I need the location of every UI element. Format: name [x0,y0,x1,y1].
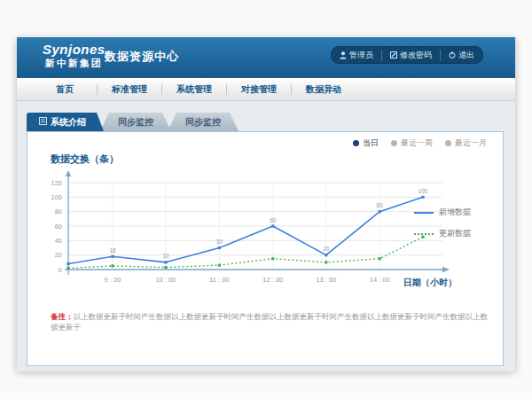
app-window: Synjones 新中新集团 数据资源中心 管理员 修改密码 退出 [17,37,515,371]
nav-item-standard-mgmt[interactable]: 标准管理 [98,83,161,96]
range-option-today[interactable]: 当日 [353,137,379,149]
legend-label: 新增数据 [439,207,471,218]
svg-text:13 : 00: 13 : 00 [316,276,336,284]
user-icon [340,51,347,59]
svg-text:9 : 00: 9 : 00 [105,276,121,284]
logout-button[interactable]: 退出 [440,50,482,61]
tab-label: 系统介绍 [51,116,86,129]
footnote-prefix: 备注： [51,312,74,321]
dotted-line-icon [414,233,434,235]
document-icon [39,117,47,127]
change-password-label: 修改密码 [400,50,432,61]
svg-text:80: 80 [377,202,384,208]
svg-text:80: 80 [55,207,62,215]
radio-dot-icon [353,140,359,146]
tab-sync-monitor-1[interactable]: 同步监控 [100,113,171,131]
current-user-button[interactable]: 管理员 [332,50,381,61]
svg-text:11 : 00: 11 : 00 [209,276,229,284]
nav-item-data-change[interactable]: 数据异动 [292,83,356,96]
svg-text:100: 100 [51,193,62,201]
chart-card: 当日 最近一周 最近一月 数据交换（条） 0204060801001209 : … [27,131,504,366]
range-option-last-month[interactable]: 最近一月 [445,137,487,149]
tab-label: 同步监控 [185,116,221,129]
svg-text:20: 20 [55,251,62,259]
svg-text:60: 60 [270,217,277,223]
tab-system-intro[interactable]: 系统介绍 [27,113,104,131]
svg-text:40: 40 [55,237,62,245]
time-range-options: 当日 最近一周 最近一月 [353,137,487,149]
legend-item-new-data[interactable]: 新增数据 [414,207,496,218]
solid-line-icon [414,212,434,214]
svg-text:0: 0 [59,266,62,274]
svg-text:18: 18 [109,247,116,254]
power-icon [449,51,456,59]
footnote: 备注：以上数据更新于时间产生数据以上数据更新于时间产生数据以上数据更新于时间产生… [51,312,489,333]
logo-company: 新中新集团 [43,58,106,68]
tab-label: 同步监控 [118,116,153,129]
company-logo: Synjones 新中新集团 [43,43,106,68]
svg-text:20: 20 [323,246,330,252]
user-toolbar: 管理员 修改密码 退出 [331,46,483,64]
legend-label: 更新数据 [439,228,471,239]
range-label: 最近一周 [401,137,433,149]
content-area: 系统介绍 同步监控 同步监控 当日 最近一周 [17,101,515,372]
main-nav: 首页 标准管理 系统管理 对接管理 数据异动 [17,78,515,101]
logout-label: 退出 [458,50,474,61]
svg-text:12 : 00: 12 : 00 [262,276,283,284]
footnote-text: 以上数据更新于时间产生数据以上数据更新于时间产生数据以上数据更新于时间产生数据以… [51,312,488,332]
range-option-last-week[interactable]: 最近一周 [391,137,433,149]
svg-text:10: 10 [162,253,169,259]
svg-text:14 : 00: 14 : 00 [370,276,390,284]
radio-dot-icon [391,140,397,146]
legend-item-update-data[interactable]: 更新数据 [414,228,496,239]
logo-brand: Synjones [43,43,106,58]
page-title: 数据资源中心 [105,49,179,65]
tab-sync-monitor-2[interactable]: 同步监控 [168,113,239,131]
svg-text:30: 30 [216,239,223,245]
svg-text:100: 100 [419,188,428,194]
range-label: 最近一月 [455,137,487,149]
svg-text:60: 60 [55,223,62,231]
svg-text:10 : 00: 10 : 00 [156,276,176,284]
tab-strip: 系统介绍 同步监控 同步监控 [27,113,239,131]
nav-item-home[interactable]: 首页 [33,83,97,96]
line-chart: 0204060801001209 : 0010 : 0011 : 0012 : … [43,168,460,296]
range-label: 当日 [363,137,379,149]
nav-item-interface-mgmt[interactable]: 对接管理 [227,83,291,96]
x-axis-title: 日期（小时） [403,277,457,289]
chart-legend: 新增数据 更新数据 [414,207,496,249]
nav-item-system-mgmt[interactable]: 系统管理 [162,83,226,96]
top-header: Synjones 新中新集团 数据资源中心 管理员 修改密码 退出 [17,37,515,78]
svg-text:120: 120 [51,179,62,187]
user-label: 管理员 [349,50,373,61]
edit-icon [390,51,397,59]
change-password-button[interactable]: 修改密码 [381,50,440,61]
radio-dot-icon [445,140,451,146]
y-axis-title: 数据交换（条） [51,153,119,166]
